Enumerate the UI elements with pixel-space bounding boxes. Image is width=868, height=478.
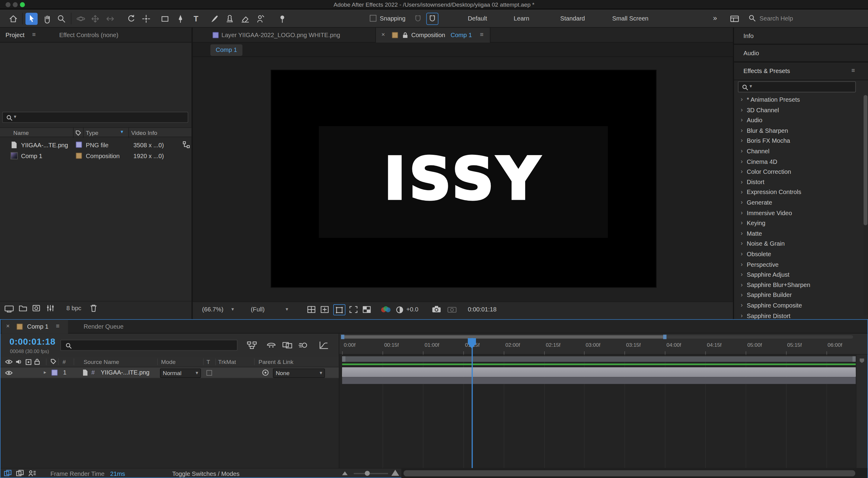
- item-name[interactable]: YIIGAA-...TE.png: [21, 141, 68, 148]
- column-type[interactable]: Type: [86, 129, 98, 136]
- search-help-input[interactable]: Search Help: [760, 15, 793, 22]
- layer-label-chip[interactable]: [52, 370, 58, 376]
- workspace-learn[interactable]: Learn: [514, 15, 529, 22]
- pan-camera-tool[interactable]: [89, 13, 101, 25]
- effects-category[interactable]: ›Audio: [734, 116, 859, 126]
- timeline-zoom-slider-track[interactable]: [354, 473, 388, 474]
- roto-brush-tool[interactable]: [254, 13, 266, 25]
- graph-editor-icon[interactable]: [319, 341, 329, 349]
- tab-composition-viewer[interactable]: × Composition Comp 1 ≡: [375, 28, 491, 42]
- resolution-dropdown[interactable]: (Full): [251, 306, 265, 313]
- tab-render-queue[interactable]: Render Queue: [84, 323, 123, 330]
- effects-category[interactable]: ›Generate: [734, 198, 859, 209]
- frame-blending-icon[interactable]: [282, 341, 292, 349]
- tab-effect-controls[interactable]: Effect Controls (none): [59, 31, 118, 38]
- effects-category[interactable]: ›Cinema 4D: [734, 157, 859, 167]
- timeline-hscrollbar-thumb[interactable]: [404, 470, 855, 476]
- work-area-end-handle[interactable]: [852, 356, 856, 362]
- shy-layers-icon[interactable]: [266, 341, 276, 349]
- sort-direction-icon[interactable]: ▾: [121, 129, 123, 134]
- title-action-safe-icon[interactable]: [320, 306, 330, 314]
- timeline-navigator-view[interactable]: [342, 335, 665, 339]
- layer-switches-pane-toggle[interactable]: [4, 470, 12, 477]
- navigator-end-handle[interactable]: [663, 334, 666, 339]
- type-tool[interactable]: T: [190, 13, 202, 25]
- workspace-standard[interactable]: Standard: [560, 15, 585, 22]
- toggle-switches-modes-button[interactable]: Toggle Switches / Modes: [172, 470, 239, 477]
- clone-stamp-tool[interactable]: [224, 13, 236, 25]
- column-name[interactable]: Name: [13, 129, 29, 136]
- snap-to-features-toggle[interactable]: [426, 13, 438, 25]
- dolly-camera-tool[interactable]: [104, 13, 116, 25]
- layer-list-empty-area[interactable]: [1, 378, 339, 468]
- effects-category[interactable]: ›Channel: [734, 147, 859, 157]
- show-channel-icon[interactable]: [380, 306, 392, 315]
- lock-icon[interactable]: [402, 32, 408, 38]
- motion-blur-icon[interactable]: [299, 341, 308, 349]
- effects-category[interactable]: ›Noise & Grain: [734, 239, 859, 250]
- viewer-canvas-area[interactable]: ISSY: [192, 57, 733, 301]
- pen-tool[interactable]: [175, 13, 187, 25]
- parent-link-dropdown[interactable]: None ▾: [273, 368, 325, 378]
- snapping-checkbox[interactable]: [370, 15, 376, 22]
- workspace-small-screen[interactable]: Small Screen: [612, 15, 649, 22]
- magnification-dropdown[interactable]: (66.7%): [202, 306, 223, 313]
- navigator-start-handle[interactable]: [341, 334, 344, 339]
- effects-category[interactable]: ›Sapphire Blur+Sharpen: [734, 280, 859, 291]
- timeline-panel-menu-icon[interactable]: ≡: [56, 323, 59, 329]
- layer-twirl-icon[interactable]: ▸: [44, 370, 46, 375]
- tab-layer-viewer[interactable]: Layer YIIGAA-2022_LOGO.png WHITE.png: [221, 31, 340, 38]
- effects-search-input[interactable]: ▾: [738, 81, 856, 92]
- effects-category[interactable]: ›Matte: [734, 229, 859, 240]
- mini-flowchart-icon[interactable]: [247, 341, 257, 349]
- project-row-comp[interactable]: Comp 1 Composition 1920 x ...0): [0, 151, 192, 162]
- project-search-input[interactable]: ▾: [2, 111, 188, 123]
- mask-path-visibility-toggle[interactable]: [333, 304, 345, 315]
- delete-item-icon[interactable]: [90, 304, 97, 312]
- effects-scrollbar-thumb[interactable]: [864, 95, 867, 225]
- grid-guides-icon[interactable]: [307, 306, 317, 314]
- viewer-timecode[interactable]: 0:00:01:18: [468, 306, 496, 313]
- in-out-duration-pane-toggle[interactable]: [28, 470, 36, 476]
- effects-category[interactable]: ›Boris FX Mocha: [734, 136, 859, 147]
- puppet-pin-tool[interactable]: [276, 13, 288, 25]
- effects-category[interactable]: ›Expression Controls: [734, 188, 859, 198]
- snap-option-icon[interactable]: [412, 13, 424, 25]
- parent-pickwhip-icon[interactable]: [262, 369, 269, 376]
- blend-mode-dropdown[interactable]: Normal ▾: [160, 368, 201, 378]
- new-folder-icon[interactable]: [19, 305, 27, 311]
- info-panel-header[interactable]: Info: [734, 28, 868, 45]
- effects-category[interactable]: ›Distort: [734, 178, 859, 188]
- effects-category[interactable]: ›* Animation Presets: [734, 95, 859, 106]
- item-name[interactable]: Comp 1: [21, 153, 42, 159]
- project-column-headers[interactable]: Name Type ▾ Video Info: [0, 127, 192, 137]
- rotation-tool[interactable]: [125, 13, 137, 25]
- tab-audio[interactable]: Audio: [743, 50, 759, 57]
- comp-marker-bin-icon[interactable]: [859, 358, 865, 363]
- column-trkmat[interactable]: TrkMat: [218, 358, 236, 365]
- effects-category[interactable]: ›Keying: [734, 219, 859, 229]
- bit-depth-button[interactable]: 8 bpc: [66, 305, 81, 311]
- column-parent-link[interactable]: Parent & Link: [259, 358, 294, 365]
- new-composition-icon[interactable]: [32, 304, 40, 312]
- tab-effects-presets[interactable]: Effects & Presets: [743, 68, 790, 74]
- layer-source-name[interactable]: YIIGAA-...ITE.png: [101, 369, 149, 376]
- effects-category[interactable]: ›Blur & Sharpen: [734, 126, 859, 137]
- tab-timeline-comp[interactable]: × Comp 1 ≡: [2, 320, 68, 334]
- rectangle-tool[interactable]: [159, 13, 171, 25]
- playhead-line[interactable]: [472, 338, 473, 468]
- column-mode[interactable]: Mode: [161, 358, 176, 365]
- zoom-tool[interactable]: [55, 13, 67, 25]
- tab-project[interactable]: Project: [5, 31, 25, 38]
- eraser-tool[interactable]: [239, 13, 251, 25]
- effects-category[interactable]: ›Perspective: [734, 260, 859, 270]
- effects-category[interactable]: ›Color Correction: [734, 167, 859, 178]
- project-panel-menu-icon[interactable]: ≡: [32, 31, 36, 38]
- timeline-search-input[interactable]: [60, 340, 238, 351]
- effects-category[interactable]: ›3D Channel: [734, 105, 859, 116]
- selection-tool[interactable]: [25, 13, 37, 25]
- workspace-default[interactable]: Default: [468, 15, 487, 22]
- adjust-project-icon[interactable]: [46, 305, 54, 311]
- show-snapshot-icon[interactable]: [447, 306, 457, 313]
- audio-panel-header[interactable]: Audio: [734, 45, 868, 62]
